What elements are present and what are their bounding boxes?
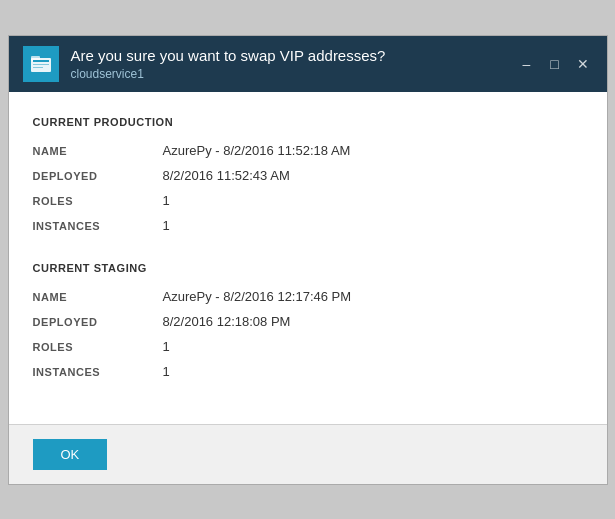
close-button[interactable]: ✕	[573, 54, 593, 74]
production-name-label: NAME	[33, 145, 163, 157]
title-bar-text: Are you sure you want to swap VIP addres…	[71, 46, 507, 82]
staging-info-table: NAME AzurePy - 8/2/2016 12:17:46 PM DEPL…	[33, 284, 583, 384]
dialog-title: Are you sure you want to swap VIP addres…	[71, 46, 507, 66]
staging-deployed-label: DEPLOYED	[33, 316, 163, 328]
dialog: Are you sure you want to swap VIP addres…	[8, 35, 608, 485]
production-name-value: AzurePy - 8/2/2016 11:52:18 AM	[163, 143, 351, 158]
staging-section: CURRENT STAGING NAME AzurePy - 8/2/2016 …	[33, 262, 583, 384]
staging-section-title: CURRENT STAGING	[33, 262, 583, 274]
production-deployed-value: 8/2/2016 11:52:43 AM	[163, 168, 290, 183]
app-icon	[23, 46, 59, 82]
staging-deployed-value: 8/2/2016 12:18:08 PM	[163, 314, 291, 329]
production-roles-value: 1	[163, 193, 170, 208]
staging-deployed-row: DEPLOYED 8/2/2016 12:18:08 PM	[33, 309, 583, 334]
production-roles-label: ROLES	[33, 195, 163, 207]
dialog-footer: OK	[9, 424, 607, 484]
svg-rect-3	[33, 64, 49, 65]
staging-roles-row: ROLES 1	[33, 334, 583, 359]
maximize-button[interactable]: □	[545, 54, 565, 74]
dialog-content: CURRENT PRODUCTION NAME AzurePy - 8/2/20…	[9, 92, 607, 424]
production-section: CURRENT PRODUCTION NAME AzurePy - 8/2/20…	[33, 116, 583, 238]
staging-name-label: NAME	[33, 291, 163, 303]
staging-roles-label: ROLES	[33, 341, 163, 353]
production-info-table: NAME AzurePy - 8/2/2016 11:52:18 AM DEPL…	[33, 138, 583, 238]
minimize-button[interactable]: –	[517, 54, 537, 74]
staging-name-row: NAME AzurePy - 8/2/2016 12:17:46 PM	[33, 284, 583, 309]
staging-instances-label: INSTANCES	[33, 366, 163, 378]
staging-name-value: AzurePy - 8/2/2016 12:17:46 PM	[163, 289, 352, 304]
window-controls: – □ ✕	[517, 54, 593, 74]
svg-rect-4	[33, 67, 43, 68]
production-deployed-label: DEPLOYED	[33, 170, 163, 182]
production-name-row: NAME AzurePy - 8/2/2016 11:52:18 AM	[33, 138, 583, 163]
staging-roles-value: 1	[163, 339, 170, 354]
production-instances-value: 1	[163, 218, 170, 233]
production-instances-label: INSTANCES	[33, 220, 163, 232]
dialog-subtitle: cloudservice1	[71, 67, 507, 81]
production-section-title: CURRENT PRODUCTION	[33, 116, 583, 128]
production-deployed-row: DEPLOYED 8/2/2016 11:52:43 AM	[33, 163, 583, 188]
staging-instances-value: 1	[163, 364, 170, 379]
production-instances-row: INSTANCES 1	[33, 213, 583, 238]
title-bar: Are you sure you want to swap VIP addres…	[9, 36, 607, 92]
staging-instances-row: INSTANCES 1	[33, 359, 583, 384]
svg-rect-2	[33, 60, 49, 62]
production-roles-row: ROLES 1	[33, 188, 583, 213]
ok-button[interactable]: OK	[33, 439, 108, 470]
